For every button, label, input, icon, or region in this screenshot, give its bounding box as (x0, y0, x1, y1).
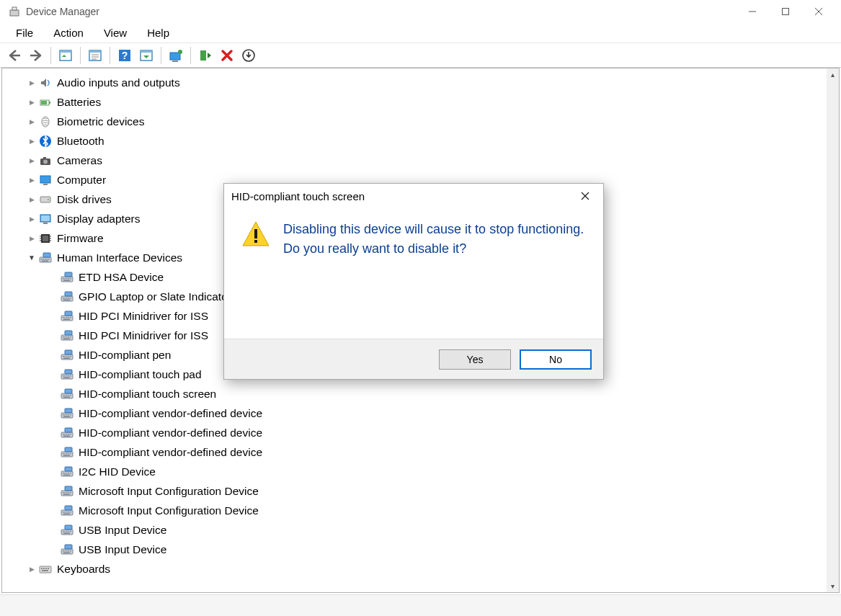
enable-device-button[interactable] (195, 45, 215, 66)
tree-device-hid-8[interactable]: HID-compliant vendor-defined device (5, 423, 827, 442)
svg-rect-78 (63, 336, 64, 338)
svg-rect-75 (63, 318, 70, 320)
svg-rect-130 (70, 453, 71, 455)
tree-item-label: HID-compliant touch pad (79, 368, 202, 381)
vertical-scrollbar[interactable]: ▴ ▾ (827, 68, 839, 592)
tree-device-hid-6[interactable]: HID-compliant touch screen (5, 384, 827, 403)
svg-rect-138 (70, 473, 71, 474)
svg-rect-58 (70, 278, 71, 280)
svg-rect-111 (65, 414, 66, 416)
expand-arrow-icon[interactable]: ▶ (27, 566, 37, 573)
svg-rect-46 (41, 259, 43, 260)
svg-rect-156 (65, 506, 72, 510)
expand-arrow-icon[interactable]: ▶ (27, 138, 37, 145)
tree-device-hid-10[interactable]: I2C HID Device (5, 462, 827, 481)
back-button[interactable] (4, 45, 25, 66)
tree-item-label: Microsoft Input Configuration Device (79, 504, 259, 517)
expand-arrow-icon[interactable]: ▶ (27, 235, 37, 242)
audio-icon (38, 76, 53, 90)
forward-button[interactable] (26, 45, 46, 66)
tree-category-battery[interactable]: ▶Batteries (5, 92, 827, 112)
no-button[interactable]: No (520, 349, 592, 370)
svg-rect-105 (68, 395, 70, 396)
svg-rect-113 (68, 414, 70, 416)
svg-rect-83 (63, 338, 70, 339)
update-driver-button[interactable] (166, 45, 186, 66)
menu-help[interactable]: Help (137, 25, 179, 40)
svg-rect-147 (63, 494, 70, 495)
tree-device-hid-9[interactable]: HID-compliant vendor-defined device (5, 442, 827, 462)
tree-item-label: USB Input Device (79, 543, 166, 556)
svg-rect-20 (200, 50, 206, 61)
tree-category-audio[interactable]: ▶Audio inputs and outputs (5, 73, 827, 92)
expand-arrow-icon[interactable]: ▶ (27, 99, 37, 106)
tree-category-biometric[interactable]: ▶Biometric devices (5, 112, 827, 131)
svg-rect-29 (43, 157, 46, 159)
tree-device-hid-14[interactable]: USB Input Device (5, 540, 827, 559)
svg-rect-182 (254, 240, 257, 243)
svg-rect-99 (63, 377, 70, 378)
tree-category-camera[interactable]: ▶Cameras (5, 151, 827, 170)
tree-item-label: Human Interface Devices (57, 251, 182, 264)
status-bar (0, 594, 841, 616)
svg-rect-170 (70, 550, 71, 552)
tree-item-label: HID-compliant vendor-defined device (79, 407, 262, 420)
disable-device-button[interactable] (217, 45, 237, 66)
tree-item-label: HID PCI Minidriver for ISS (79, 310, 208, 323)
help-button[interactable]: ? (115, 45, 135, 66)
expand-arrow-icon[interactable]: ▼ (27, 254, 37, 262)
svg-rect-70 (63, 317, 64, 318)
menu-action[interactable]: Action (43, 25, 94, 40)
scroll-down-icon[interactable]: ▾ (827, 580, 839, 592)
properties-button[interactable] (85, 45, 105, 66)
svg-rect-172 (65, 545, 72, 549)
expand-arrow-icon[interactable]: ▶ (27, 79, 37, 86)
svg-rect-161 (68, 531, 70, 532)
scroll-up-icon[interactable]: ▴ (827, 68, 839, 81)
yes-button[interactable]: Yes (439, 349, 511, 370)
tree-device-hid-13[interactable]: USB Input Device (5, 520, 827, 540)
hid-icon (38, 251, 53, 265)
minimize-button[interactable] (736, 0, 769, 23)
expand-arrow-icon[interactable]: ▶ (27, 215, 37, 223)
svg-rect-154 (70, 512, 71, 513)
battery-icon (38, 95, 53, 110)
close-button[interactable] (802, 0, 835, 23)
maximize-button[interactable] (769, 0, 802, 23)
tree-device-hid-11[interactable]: Microsoft Input Configuration Device (5, 481, 827, 501)
scan-hardware-button[interactable] (136, 45, 156, 66)
svg-rect-96 (66, 375, 68, 377)
dialog-close-button[interactable] (574, 185, 596, 207)
svg-rect-116 (65, 409, 72, 413)
tree-item-label: Microsoft Input Configuration Device (79, 485, 259, 498)
menu-file[interactable]: File (6, 25, 43, 40)
expand-arrow-icon[interactable]: ▶ (27, 196, 37, 203)
svg-rect-158 (63, 531, 64, 532)
svg-rect-18 (172, 61, 178, 62)
svg-rect-88 (66, 356, 68, 357)
tree-device-hid-7[interactable]: HID-compliant vendor-defined device (5, 403, 827, 423)
uninstall-device-button[interactable] (239, 45, 259, 66)
svg-rect-127 (65, 453, 66, 455)
svg-rect-89 (68, 356, 70, 357)
show-hide-tree-button[interactable] (55, 45, 76, 66)
tree-device-hid-12[interactable]: Microsoft Input Configuration Device (5, 501, 827, 520)
svg-rect-81 (68, 336, 70, 338)
svg-rect-86 (63, 356, 64, 357)
tree-category-bluetooth[interactable]: ▶Bluetooth (5, 131, 827, 151)
svg-rect-152 (66, 512, 68, 513)
disk-icon (38, 192, 53, 207)
tree-category-keyboard[interactable]: ▶Keyboards (5, 559, 827, 579)
menu-view[interactable]: View (94, 25, 137, 40)
expand-arrow-icon[interactable]: ▶ (27, 177, 37, 184)
dialog-message: Disabling this device will cause it to s… (283, 220, 586, 333)
svg-rect-60 (65, 272, 72, 277)
tree-item-label: Firmware (57, 232, 104, 245)
svg-rect-71 (65, 317, 66, 318)
expand-arrow-icon[interactable]: ▶ (27, 157, 37, 164)
svg-rect-67 (63, 299, 70, 300)
hid-icon (60, 329, 74, 343)
hid-icon (60, 465, 74, 479)
svg-rect-50 (48, 259, 50, 260)
expand-arrow-icon[interactable]: ▶ (27, 118, 37, 125)
